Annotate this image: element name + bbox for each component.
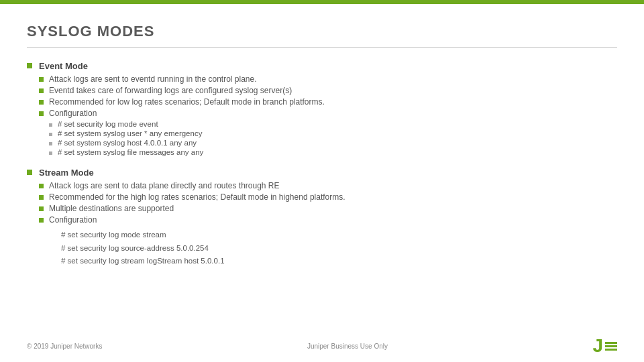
stream-sub-bullet-2 <box>39 195 44 200</box>
stream-sub-2: Recommended for the high log rates scena… <box>39 192 617 202</box>
footer: © 2019 Juniper Networks Juniper Business… <box>27 337 617 355</box>
event-config-3: # set system syslog host 4.0.0.1 any any <box>49 139 203 147</box>
event-mode-bullet <box>27 63 32 68</box>
stream-mode-sublist: Attack logs are sent to data plane direc… <box>39 181 617 268</box>
event-config-text-3: # set system syslog host 4.0.0.1 any any <box>58 139 197 147</box>
stream-config-1: # set security log mode stream <box>61 229 225 242</box>
event-config-bullet-3 <box>49 142 52 145</box>
stream-mode-content: Stream Mode Attack logs are sent to data… <box>39 166 617 270</box>
event-sub-bullet-2 <box>39 88 44 93</box>
main-content: SYSLOG MODES Event Mode Attack logs are … <box>0 4 644 290</box>
event-config-2: # set system syslog user * any emergency <box>49 129 203 137</box>
event-config-4: # set system syslog file messages any an… <box>49 148 203 156</box>
event-config-text-4: # set system syslog file messages any an… <box>58 148 203 156</box>
stream-sub-text-1: Attack logs are sent to data plane direc… <box>49 181 280 190</box>
event-sub-4: Configuration # set security log mode ev… <box>39 109 617 158</box>
event-sub-1: Attack logs are sent to eventd running i… <box>39 74 617 84</box>
juniper-logo: J <box>592 337 617 355</box>
event-config-1: # set security log mode event <box>49 120 203 128</box>
event-mode-section: Event Mode Attack logs are sent to event… <box>27 60 617 160</box>
stream-sub-text-2: Recommended for the high log rates scena… <box>49 192 345 202</box>
logo-letter: J <box>592 337 603 355</box>
logo-line-1 <box>605 342 617 344</box>
event-sub-bullet-3 <box>39 100 44 105</box>
event-config-list: # set security log mode event # set syst… <box>49 120 203 156</box>
stream-config-2: # set security log source-address 5.0.0.… <box>61 242 225 255</box>
stream-sub-3: Multiple destinations are supported <box>39 204 617 213</box>
event-sub-bullet-4 <box>39 111 44 116</box>
logo-line-3 <box>605 349 617 351</box>
event-sub-text-1: Attack logs are sent to eventd running i… <box>49 74 257 84</box>
stream-sub-text-4: Configuration <box>49 215 97 225</box>
stream-sub-bullet-4 <box>39 218 44 223</box>
logo-line-2 <box>605 345 617 347</box>
event-sub-3: Recommended for low log rates scenarios;… <box>39 97 617 107</box>
event-config-bullet-2 <box>49 133 52 136</box>
stream-sub-1: Attack logs are sent to data plane direc… <box>39 181 617 190</box>
event-config-text-1: # set security log mode event <box>58 120 158 128</box>
stream-mode-section: Stream Mode Attack logs are sent to data… <box>27 166 617 270</box>
logo-lines <box>605 342 617 351</box>
event-config-bullet-1 <box>49 123 52 127</box>
stream-sub-4: Configuration # set security log mode st… <box>39 215 617 268</box>
divider <box>27 47 617 48</box>
event-sub-text-4: Configuration <box>49 109 97 118</box>
event-config-bullet-4 <box>49 152 52 155</box>
footer-center-text: Juniper Business Use Only <box>307 343 388 350</box>
event-sub-bullet-1 <box>39 77 44 82</box>
sections-list: Event Mode Attack logs are sent to event… <box>27 60 617 270</box>
event-mode-label: Event Mode <box>39 61 88 71</box>
event-config-text-2: # set system syslog user * any emergency <box>58 129 202 137</box>
page-title: SYSLOG MODES <box>27 23 617 40</box>
stream-mode-bullet <box>27 170 32 175</box>
event-sub-text-3: Recommended for low log rates scenarios;… <box>49 97 325 107</box>
stream-config-block: # set security log mode stream # set sec… <box>61 229 225 268</box>
stream-sub-text-3: Multiple destinations are supported <box>49 204 174 213</box>
event-mode-content: Event Mode Attack logs are sent to event… <box>39 60 617 160</box>
stream-config-3: # set security log stream logStream host… <box>61 255 225 268</box>
stream-sub-bullet-1 <box>39 184 44 188</box>
event-sub-2: Eventd takes care of forwarding logs are… <box>39 86 617 95</box>
stream-mode-label: Stream Mode <box>39 168 94 178</box>
stream-sub-bullet-3 <box>39 206 44 211</box>
event-mode-sublist: Attack logs are sent to eventd running i… <box>39 74 617 158</box>
event-sub-text-2: Eventd takes care of forwarding logs are… <box>49 86 292 95</box>
footer-copyright: © 2019 Juniper Networks <box>27 343 102 350</box>
